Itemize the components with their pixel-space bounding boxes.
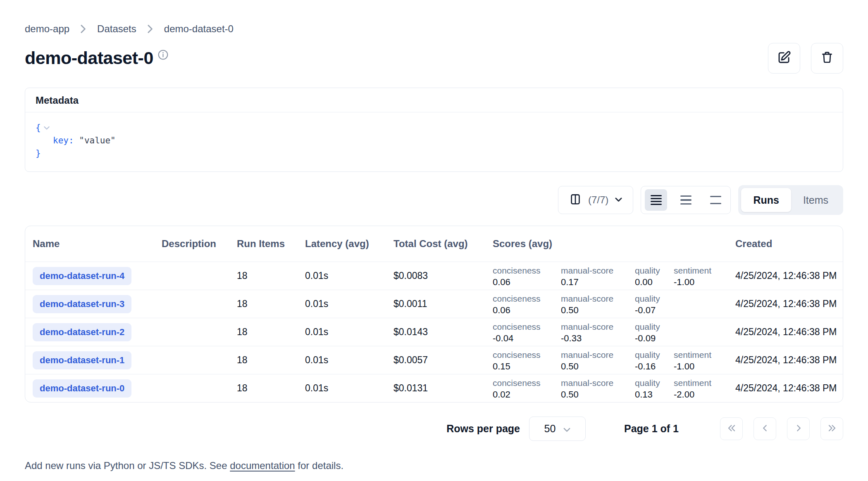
breadcrumb-item-project[interactable]: demo-app bbox=[25, 23, 69, 35]
columns-icon bbox=[569, 193, 582, 207]
run-name-link[interactable]: demo-dataset-run-0 bbox=[33, 379, 131, 398]
run-items-cell: 18 bbox=[237, 270, 305, 281]
score-value: -1.00 bbox=[674, 360, 732, 372]
total-cost-cell: $0.0083 bbox=[393, 270, 493, 281]
score-label: quality bbox=[635, 321, 674, 332]
breadcrumb-item-datasets[interactable]: Datasets bbox=[97, 23, 136, 35]
tab-items[interactable]: Items bbox=[791, 188, 840, 212]
score-value: -0.04 bbox=[493, 332, 561, 344]
pagination-bar: Rows per page 50 Page 1 of 1 bbox=[25, 417, 843, 441]
score-item: quality0.13 bbox=[635, 377, 674, 402]
score-label: quality bbox=[635, 377, 674, 388]
total-cost-cell: $0.0011 bbox=[393, 298, 493, 310]
metadata-json-viewer: { key: "value" } bbox=[25, 112, 843, 171]
edit-dataset-button[interactable] bbox=[768, 43, 800, 74]
pagination-nav bbox=[720, 417, 843, 440]
score-value: -0.09 bbox=[635, 332, 674, 344]
sdk-hint-text-after: for details. bbox=[295, 460, 343, 471]
next-page-button[interactable] bbox=[787, 417, 810, 440]
json-key: key: bbox=[53, 134, 74, 147]
score-value: 0.06 bbox=[493, 304, 561, 316]
table-row[interactable]: demo-dataset-run-3180.01s$0.0011concisen… bbox=[25, 290, 843, 318]
run-name-link[interactable]: demo-dataset-run-2 bbox=[33, 323, 131, 341]
score-label: sentiment bbox=[674, 265, 732, 276]
score-item: quality-0.07 bbox=[635, 293, 674, 318]
name-cell: demo-dataset-run-4 bbox=[33, 267, 162, 285]
score-label: quality bbox=[635, 265, 674, 276]
score-item: conciseness0.15 bbox=[493, 349, 561, 374]
tab-runs[interactable]: Runs bbox=[741, 188, 791, 212]
title-row: demo-dataset-0 bbox=[25, 43, 843, 74]
run-items-cell: 18 bbox=[237, 355, 305, 366]
column-count-label: (7/7) bbox=[588, 194, 608, 206]
score-value: 0.50 bbox=[561, 388, 635, 400]
score-label: manual-score bbox=[561, 321, 635, 332]
last-page-button[interactable] bbox=[820, 417, 843, 440]
rows-3-lines-icon bbox=[680, 195, 692, 205]
score-label: manual-score bbox=[561, 293, 635, 304]
created-cell: 4/25/2024, 12:46:38 PM bbox=[735, 326, 843, 338]
edit-icon bbox=[777, 50, 792, 67]
created-cell: 4/25/2024, 12:46:38 PM bbox=[735, 270, 843, 281]
score-item: conciseness0.06 bbox=[493, 265, 561, 290]
row-height-medium-button[interactable] bbox=[675, 189, 697, 211]
collapse-caret-icon[interactable] bbox=[43, 126, 50, 130]
score-item: sentiment-1.00 bbox=[674, 349, 732, 374]
metadata-card: Metadata { key: "value" } bbox=[25, 88, 843, 172]
created-cell: 4/25/2024, 12:46:38 PM bbox=[735, 298, 843, 310]
row-height-large-button[interactable] bbox=[704, 189, 727, 211]
score-item: manual-score-0.33 bbox=[561, 321, 635, 346]
run-name-link[interactable]: demo-dataset-run-3 bbox=[33, 295, 131, 313]
score-label: manual-score bbox=[561, 349, 635, 360]
run-items-cell: 18 bbox=[237, 383, 305, 394]
run-name-link[interactable]: demo-dataset-run-1 bbox=[33, 351, 131, 369]
total-cost-cell: $0.0131 bbox=[393, 383, 493, 394]
name-cell: demo-dataset-run-0 bbox=[33, 379, 162, 398]
runs-items-tabs: Runs Items bbox=[738, 185, 843, 215]
delete-dataset-button[interactable] bbox=[811, 43, 843, 74]
documentation-link[interactable]: documentation bbox=[230, 460, 295, 471]
table-body: demo-dataset-run-4180.01s$0.0083concisen… bbox=[25, 262, 843, 402]
rows-per-page-select[interactable]: 50 bbox=[529, 417, 586, 441]
score-label: conciseness bbox=[493, 377, 561, 388]
table-row[interactable]: demo-dataset-run-1180.01s$0.0057concisen… bbox=[25, 346, 843, 374]
row-height-toggle-group bbox=[641, 186, 731, 214]
scores-cell: conciseness0.15manual-score0.50quality-0… bbox=[493, 346, 735, 374]
column-header-scores: Scores (avg) bbox=[493, 238, 735, 250]
chevrons-left-icon bbox=[726, 423, 737, 435]
row-height-small-button[interactable] bbox=[645, 189, 667, 211]
previous-page-button[interactable] bbox=[754, 417, 776, 440]
latency-cell: 0.01s bbox=[305, 270, 393, 281]
breadcrumb: demo-app Datasets demo-dataset-0 bbox=[25, 0, 843, 35]
score-value: 0.50 bbox=[561, 360, 635, 372]
column-header-latency: Latency (avg) bbox=[305, 238, 393, 250]
scores-cell: conciseness0.02manual-score0.50quality0.… bbox=[493, 374, 735, 402]
chevron-right-icon bbox=[148, 24, 153, 33]
chevron-right-icon bbox=[793, 423, 804, 435]
breadcrumb-item-current[interactable]: demo-dataset-0 bbox=[164, 23, 234, 35]
table-row[interactable]: demo-dataset-run-2180.01s$0.0143concisen… bbox=[25, 318, 843, 346]
score-value: -0.07 bbox=[635, 304, 674, 316]
scores-cell: conciseness0.06manual-score0.50quality-0… bbox=[493, 290, 735, 318]
score-value: 0.50 bbox=[561, 304, 635, 316]
score-label: manual-score bbox=[561, 377, 635, 388]
sdk-hint-text-before: Add new runs via Python or JS/TS SDKs. S… bbox=[25, 460, 230, 471]
column-visibility-button[interactable]: (7/7) bbox=[558, 186, 633, 214]
table-row[interactable]: demo-dataset-run-0180.01s$0.0131concisen… bbox=[25, 374, 843, 402]
score-label: quality bbox=[635, 349, 674, 360]
json-value: "value" bbox=[79, 134, 116, 147]
score-label: sentiment bbox=[674, 377, 732, 388]
dataset-detail-page: demo-app Datasets demo-dataset-0 demo-da… bbox=[0, 0, 868, 471]
run-items-cell: 18 bbox=[237, 298, 305, 310]
run-name-link[interactable]: demo-dataset-run-4 bbox=[33, 267, 131, 285]
score-value: -0.16 bbox=[635, 360, 674, 372]
table-row[interactable]: demo-dataset-run-4180.01s$0.0083concisen… bbox=[25, 262, 843, 290]
score-item: sentiment-1.00 bbox=[674, 265, 732, 290]
rows-4-lines-icon bbox=[651, 195, 662, 205]
first-page-button[interactable] bbox=[720, 417, 743, 440]
sdk-hint: Add new runs via Python or JS/TS SDKs. S… bbox=[25, 460, 843, 471]
latency-cell: 0.01s bbox=[305, 326, 393, 338]
score-value: -1.00 bbox=[674, 276, 732, 288]
info-icon[interactable] bbox=[157, 49, 169, 62]
chevron-down-icon bbox=[615, 196, 622, 204]
